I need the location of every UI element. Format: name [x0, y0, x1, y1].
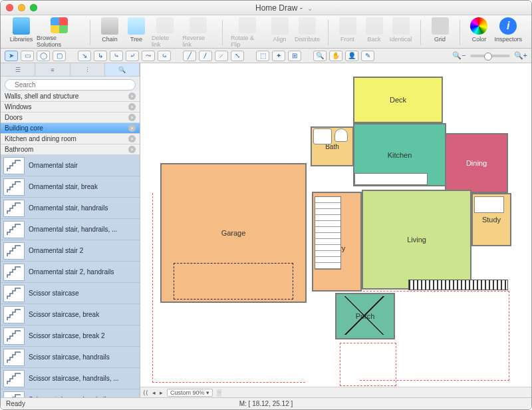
room-living[interactable]: Living	[362, 190, 471, 290]
line-tool-2[interactable]: 〳	[199, 51, 212, 61]
canvas-scroll-next-icon[interactable]: ▸	[160, 389, 163, 396]
rotate-flip-label: Rotate & Flip	[231, 35, 265, 48]
sidebar-category[interactable]: Kitchen and dining room×	[1, 134, 140, 144]
sidebar-category[interactable]: Doors×	[1, 112, 140, 123]
zoom-tool[interactable]: 🔍	[313, 51, 327, 61]
sidebar-item[interactable]: Scissor staircase, break 2	[1, 325, 140, 347]
sidebar-item[interactable]: Ornamental stair, handrails	[1, 198, 140, 219]
grid-label: Grid	[434, 36, 446, 43]
color-button[interactable]: Color	[467, 17, 490, 48]
category-close-icon[interactable]: ×	[128, 114, 136, 121]
rounded-tool[interactable]: ▢	[53, 51, 66, 61]
category-close-icon[interactable]: ×	[128, 135, 136, 142]
pointer-tool[interactable]: ➤	[5, 51, 18, 61]
exterior-hatch-right	[408, 280, 508, 290]
category-close-icon[interactable]: ×	[128, 93, 136, 100]
minimize-window-button[interactable]	[18, 4, 25, 11]
pan-tool[interactable]: ✋	[329, 51, 342, 61]
search-input[interactable]	[5, 79, 136, 91]
sidebar-tabs: ☰ ≡ ⋮ 🔍	[1, 63, 140, 77]
sidebar-item[interactable]: Ornamental stair	[1, 155, 140, 176]
sidebar-item[interactable]: Ornamental stair, break	[1, 176, 140, 198]
sidebar-category[interactable]: Building core×	[1, 123, 140, 134]
line-tool-3[interactable]: ⟋	[215, 51, 228, 61]
tree-button[interactable]: Tree	[125, 17, 148, 48]
category-close-icon[interactable]: ×	[128, 146, 136, 153]
tree-icon	[128, 17, 145, 35]
room-deck[interactable]: Deck	[353, 77, 443, 123]
window-title-dropdown-icon[interactable]: ⌄	[305, 5, 313, 12]
sidebar-item[interactable]: Scissor staircase	[1, 283, 140, 304]
sidebar-item-label: Ornamental stair, handrails	[29, 204, 108, 212]
edit-tool[interactable]: ✎	[361, 51, 374, 61]
close-window-button[interactable]	[6, 4, 13, 11]
porch-stair-lines	[340, 296, 390, 335]
browse-solutions-button[interactable]: Browse Solutions	[37, 17, 82, 48]
ellipse-tool[interactable]: ◯	[37, 51, 50, 61]
front-button[interactable]: Front	[336, 17, 359, 48]
sidebar-item-label: Scissor staircase, break	[29, 311, 99, 318]
chain-button[interactable]: Chain	[98, 17, 121, 48]
sidebar-tab-1[interactable]: ☰	[1, 63, 35, 76]
sidebar-category[interactable]: Walls, shell and structure×	[1, 91, 140, 102]
zoom-level-select[interactable]: Custom 90% ▾	[167, 389, 213, 397]
drawing-canvas[interactable]: Garage Deck Bath Kitchen Dining Entry Li…	[140, 63, 531, 387]
sidebar-item[interactable]: Scissor staircase, handrails, ...	[1, 368, 140, 389]
sidebar-item-label: Scissor staircase, handrails, ...	[29, 396, 119, 397]
zoom-out-icon[interactable]: 🔍−	[452, 51, 466, 60]
sidebar-item[interactable]: Ornamental stair, handrails, ...	[1, 219, 140, 240]
sidebar-item[interactable]: Ornamental stair 2, handrails	[1, 262, 140, 283]
sidebar-category-label: Kitchen and dining room	[5, 135, 76, 142]
align-button[interactable]: Align	[269, 17, 291, 48]
distribute-button[interactable]: Distribute	[295, 17, 320, 48]
study-desk	[474, 196, 504, 213]
delete-link-button[interactable]: Delete link	[152, 17, 178, 48]
connector-tool-6[interactable]: ⤿	[158, 51, 171, 61]
sidebar-item[interactable]: Scissor staircase, handrails, ...	[1, 389, 140, 397]
rotate-flip-button[interactable]: Rotate & Flip	[231, 17, 265, 48]
canvas-scroll-left-icon[interactable]: ⟨⟨	[143, 389, 148, 396]
canvas-resize-handle-icon[interactable]: ░	[217, 389, 221, 396]
connector-tool-4[interactable]: ⤶	[126, 51, 139, 61]
line-tool-4[interactable]: ⤡	[231, 51, 244, 61]
identical-icon	[392, 17, 410, 35]
guide-line	[340, 343, 396, 386]
line-tool-1[interactable]: ╱	[183, 51, 196, 61]
sidebar-category[interactable]: Bathroom×	[1, 144, 140, 155]
grid-icon	[432, 17, 449, 35]
category-close-icon[interactable]: ×	[128, 124, 136, 132]
zoom-window-button[interactable]	[30, 4, 37, 11]
user-tool[interactable]: 👤	[345, 51, 358, 61]
sidebar-item[interactable]: Scissor staircase, handrails	[1, 347, 140, 368]
sidebar-category[interactable]: Windows×	[1, 102, 140, 112]
room-dining[interactable]: Dining	[445, 133, 508, 193]
sidebar-tab-2[interactable]: ≡	[35, 63, 70, 76]
libraries-button[interactable]: Libraries	[10, 17, 33, 48]
back-button[interactable]: Back	[363, 17, 386, 48]
sidebar-tab-search[interactable]: 🔍	[105, 63, 140, 76]
grid-button[interactable]: Grid	[429, 17, 452, 48]
room-dining-label: Dining	[466, 159, 487, 167]
misc-tool-3[interactable]: ⊞	[288, 51, 301, 61]
window-title-text: Home Draw -	[255, 3, 303, 13]
category-close-icon[interactable]: ×	[128, 103, 136, 110]
inspectors-button[interactable]: iInspectors	[494, 17, 522, 48]
sidebar-tab-3[interactable]: ⋮	[70, 63, 105, 76]
sidebar-item-label: Scissor staircase	[29, 290, 79, 297]
zoom-slider[interactable]	[470, 55, 510, 57]
connector-tool-5[interactable]: ⤳	[142, 51, 155, 61]
sidebar-item[interactable]: Ornamental stair 2	[1, 240, 140, 262]
sidebar-item-label: Ornamental stair, handrails, ...	[29, 226, 117, 233]
sidebar-item[interactable]: Scissor staircase, break	[1, 304, 140, 325]
zoom-in-icon[interactable]: 🔍+	[514, 51, 527, 60]
misc-tool-1[interactable]: ⬚	[256, 51, 269, 61]
canvas-scroll-prev-icon[interactable]: ◂	[152, 389, 156, 396]
connector-tool-2[interactable]: ↳	[94, 51, 107, 61]
identical-button[interactable]: Identical	[390, 17, 412, 48]
misc-tool-2[interactable]: ✦	[272, 51, 285, 61]
connector-tool-3[interactable]: ⤷	[110, 51, 123, 61]
rect-tool[interactable]: ▭	[21, 51, 34, 61]
connector-tool-1[interactable]: ↘	[78, 51, 91, 61]
identical-label: Identical	[390, 36, 412, 43]
reverse-link-button[interactable]: Reverse link	[182, 17, 214, 48]
